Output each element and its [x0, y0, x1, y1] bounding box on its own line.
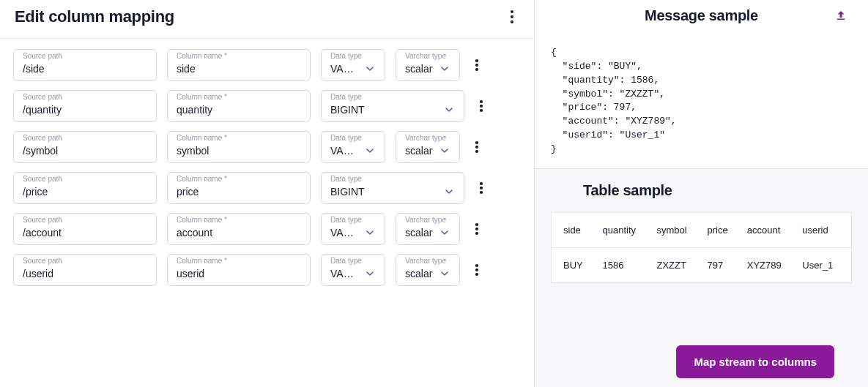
source-path-input[interactable] [23, 63, 147, 75]
table-row: BUY1586ZXZZT797XYZ789User_1 [552, 247, 852, 282]
column-name-input[interactable] [177, 145, 301, 157]
source-path-input[interactable] [23, 145, 147, 157]
data-type-value: VARC... [330, 63, 360, 75]
chevron-down-icon [439, 268, 450, 279]
column-name-field[interactable]: Column name * [167, 254, 311, 286]
data-type-value: BIGINT [330, 104, 439, 116]
mapping-row: Source pathColumn name *Data typeVARC...… [13, 213, 521, 245]
column-name-field[interactable]: Column name * [167, 131, 311, 163]
varchar-type-select[interactable]: Varchar typescalar [396, 131, 460, 163]
data-type-select[interactable]: Data typeBIGINT [321, 90, 464, 122]
field-label: Varchar type [405, 52, 446, 60]
mapping-row: Source pathColumn name *Data typeVARC...… [13, 131, 521, 163]
source-path-field[interactable]: Source path [13, 49, 157, 81]
row-more-icon[interactable] [470, 140, 483, 154]
varchar-type-value: scalar [405, 227, 434, 238]
source-path-input[interactable] [23, 268, 147, 279]
field-label: Source path [23, 257, 62, 265]
field-label: Column name * [177, 93, 227, 101]
field-label: Source path [23, 175, 62, 183]
field-label: Data type [330, 175, 362, 183]
left-header: Edit column mapping [0, 0, 534, 39]
field-label: Varchar type [405, 216, 446, 224]
chevron-down-icon [364, 268, 376, 279]
table-cell: 1586 [596, 247, 650, 282]
upload-icon[interactable] [834, 9, 847, 22]
data-type-select[interactable]: Data typeVARC... [321, 49, 385, 81]
source-path-field[interactable]: Source path [13, 90, 157, 122]
data-type-value: VARC... [330, 227, 360, 238]
source-path-field[interactable]: Source path [13, 131, 157, 163]
field-label: Varchar type [405, 257, 446, 265]
row-more-icon[interactable] [470, 222, 483, 236]
varchar-type-select[interactable]: Varchar typescalar [396, 49, 460, 81]
table-header: side [552, 212, 596, 247]
right-panel: Message sample { "side": "BUY", "quantit… [535, 0, 868, 387]
chevron-down-icon [439, 145, 450, 157]
data-type-select[interactable]: Data typeVARC... [321, 131, 385, 163]
svg-rect-0 [837, 19, 845, 20]
table-header: quantity [596, 212, 650, 247]
field-label: Data type [330, 257, 362, 265]
chevron-down-icon [443, 186, 455, 198]
table-cell: User_1 [795, 247, 851, 282]
column-name-input[interactable] [177, 268, 301, 279]
column-name-input[interactable] [177, 63, 301, 75]
source-path-input[interactable] [23, 227, 147, 238]
field-label: Source path [23, 134, 62, 142]
field-label: Source path [23, 93, 62, 101]
column-name-field[interactable]: Column name * [167, 90, 311, 122]
field-label: Data type [330, 93, 362, 101]
data-type-value: VARC... [330, 145, 360, 157]
varchar-type-value: scalar [405, 145, 434, 157]
edit-column-mapping-panel: Edit column mapping Source pathColumn na… [0, 0, 535, 387]
source-path-input[interactable] [23, 186, 147, 198]
field-label: Varchar type [405, 134, 446, 142]
column-name-input[interactable] [177, 227, 301, 238]
row-more-icon[interactable] [475, 181, 488, 195]
source-path-field[interactable]: Source path [13, 254, 157, 286]
column-name-field[interactable]: Column name * [167, 172, 311, 204]
source-path-input[interactable] [23, 104, 147, 116]
table-cell: ZXZZT [649, 247, 700, 282]
table-cell: 797 [700, 247, 739, 282]
field-label: Column name * [177, 134, 227, 142]
table-header: price [700, 212, 739, 247]
chevron-down-icon [439, 63, 450, 75]
varchar-type-value: scalar [405, 268, 434, 279]
message-sample-header: Message sample [535, 0, 868, 36]
column-name-input[interactable] [177, 186, 301, 198]
field-label: Column name * [177, 216, 227, 224]
source-path-field[interactable]: Source path [13, 213, 157, 245]
message-sample-title: Message sample [645, 7, 758, 24]
mapping-row: Source pathColumn name *Data typeVARC...… [13, 254, 521, 286]
column-name-input[interactable] [177, 104, 301, 116]
varchar-type-select[interactable]: Varchar typescalar [396, 213, 460, 245]
data-type-select[interactable]: Data typeVARC... [321, 254, 385, 286]
chevron-down-icon [439, 227, 450, 238]
mapping-row: Source pathColumn name *Data typeVARC...… [13, 49, 521, 81]
field-label: Column name * [177, 52, 227, 60]
data-type-select[interactable]: Data typeBIGINT [321, 172, 464, 204]
column-name-field[interactable]: Column name * [167, 213, 311, 245]
varchar-type-select[interactable]: Varchar typescalar [396, 254, 460, 286]
source-path-field[interactable]: Source path [13, 172, 157, 204]
map-stream-to-columns-button[interactable]: Map stream to columns [676, 345, 834, 378]
field-label: Data type [330, 52, 362, 60]
more-vertical-icon[interactable] [505, 10, 519, 24]
row-more-icon[interactable] [470, 59, 483, 72]
data-type-select[interactable]: Data typeVARC... [321, 213, 385, 245]
field-label: Data type [330, 216, 362, 224]
row-more-icon[interactable] [470, 263, 483, 277]
sample-table: sidequantitysymbolpriceaccountuserid BUY… [551, 212, 852, 283]
field-label: Source path [23, 52, 62, 60]
chevron-down-icon [364, 145, 376, 157]
data-type-value: VARC... [330, 268, 360, 279]
column-name-field[interactable]: Column name * [167, 49, 311, 81]
row-more-icon[interactable] [475, 99, 488, 113]
table-header: userid [795, 212, 851, 247]
field-label: Column name * [177, 175, 227, 183]
mapping-rows: Source pathColumn name *Data typeVARC...… [0, 39, 534, 296]
table-header: symbol [649, 212, 700, 247]
mapping-row: Source pathColumn name *Data typeBIGINT [13, 90, 521, 122]
